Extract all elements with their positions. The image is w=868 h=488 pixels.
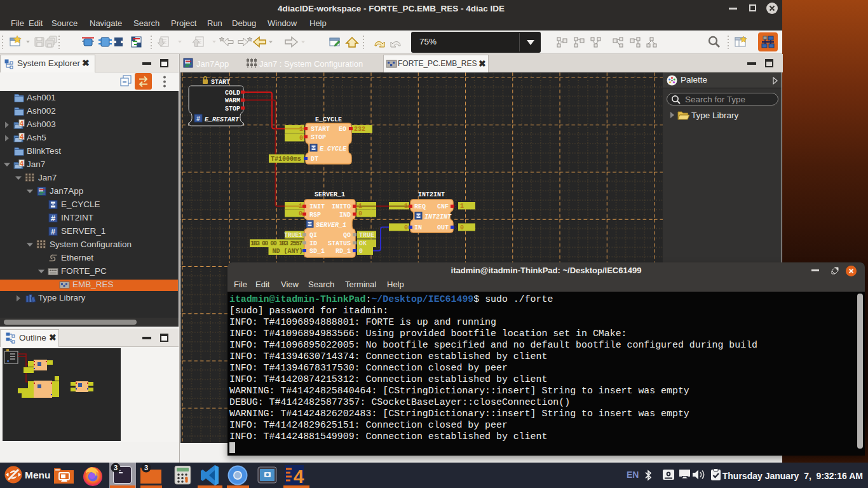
svg-text:4: 4 — [20, 133, 24, 140]
svg-text:1B3 00 00 1B3 2557: 1B3 00 00 1B3 2557 — [250, 240, 302, 247]
svg-text:INITO: INITO — [332, 203, 351, 210]
svg-text:STOP: STOP — [225, 105, 240, 112]
svg-text:RSP: RSP — [309, 212, 321, 219]
svg-text:START: START — [211, 79, 230, 86]
svg-text:START: START — [311, 126, 330, 133]
svg-text:SD_1: SD_1 — [309, 248, 325, 255]
svg-text:232: 232 — [354, 126, 365, 133]
svg-text:SERVER_1: SERVER_1 — [315, 191, 345, 198]
svg-text:INT2INT: INT2INT — [424, 214, 452, 220]
svg-text:DT: DT — [311, 156, 318, 163]
svg-text:OK: OK — [359, 240, 367, 247]
svg-text:E_CYCLE: E_CYCLE — [315, 116, 342, 123]
svg-text:TRUE1: TRUE1 — [284, 232, 302, 239]
svg-text:4: 4 — [20, 120, 24, 127]
svg-text:4: 4 — [20, 160, 24, 167]
svg-text:IN: IN — [414, 224, 422, 231]
svg-text:4: 4 — [294, 466, 304, 487]
svg-text:REQ: REQ — [414, 203, 426, 210]
svg-text:E_RESTART: E_RESTART — [205, 116, 240, 123]
svg-text:WARM: WARM — [225, 97, 240, 104]
svg-text:3: 3 — [114, 464, 118, 471]
svg-text:INIT: INIT — [309, 203, 325, 210]
svg-text:1: 1 — [460, 203, 464, 210]
svg-text:INT2INT: INT2INT — [418, 191, 445, 198]
svg-text:E_CYCLE: E_CYCLE — [320, 146, 347, 152]
svg-text:STATUS: STATUS — [328, 240, 351, 247]
svg-text:0: 0 — [299, 135, 303, 142]
svg-text:0: 0 — [358, 210, 362, 217]
svg-text:COLD: COLD — [225, 90, 240, 97]
svg-text:STOP: STOP — [311, 134, 326, 141]
svg-text:ID: ID — [309, 240, 317, 247]
svg-text:EO: EO — [339, 126, 346, 133]
svg-text:SERVER_1: SERVER_1 — [316, 222, 346, 229]
svg-text:0: 0 — [359, 248, 363, 255]
svg-text:RD_1: RD_1 — [336, 248, 351, 255]
svg-text:TRUE: TRUE — [359, 232, 374, 239]
svg-text:ND (ANY): ND (ANY) — [272, 248, 302, 255]
svg-text:#: # — [196, 116, 200, 123]
svg-text:3: 3 — [144, 464, 148, 471]
svg-text:0: 0 — [299, 210, 302, 217]
svg-text:QO: QO — [343, 232, 351, 239]
svg-text:T#1000ms: T#1000ms — [271, 156, 301, 163]
svg-text:0: 0 — [404, 224, 408, 231]
svg-text:CNF: CNF — [437, 203, 449, 210]
svg-text:#: # — [51, 228, 56, 237]
svg-text:OUT: OUT — [437, 224, 449, 231]
svg-text:IND: IND — [339, 212, 351, 219]
svg-text:#: # — [51, 215, 56, 224]
svg-text:0: 0 — [460, 224, 464, 231]
svg-text:QI: QI — [309, 232, 317, 239]
